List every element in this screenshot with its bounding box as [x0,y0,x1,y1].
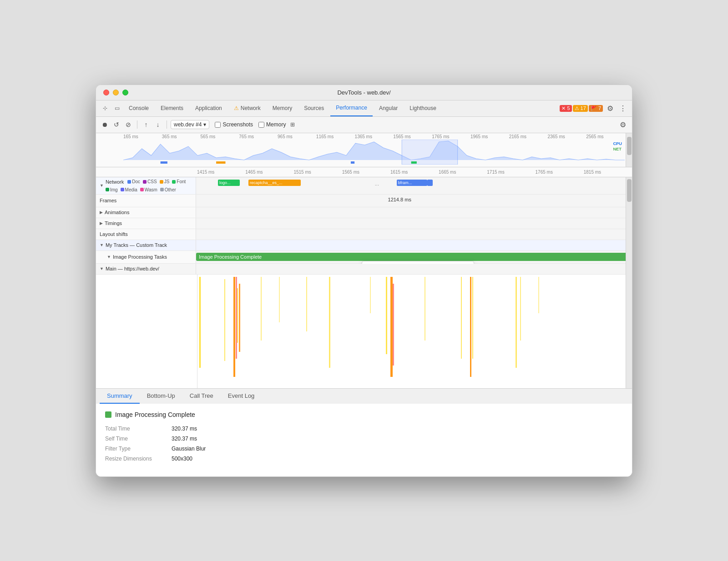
svg-rect-14 [279,277,280,322]
main-scrollbar[interactable] [626,177,632,388]
svg-rect-13 [261,277,262,341]
traffic-lights [103,90,128,95]
summary-row-filter-type: Filter Type Gaussian Blur [105,446,623,452]
svg-text:NET: NET [613,147,622,151]
tab-call-tree[interactable]: Call Tree [182,389,221,404]
svg-rect-27 [538,277,539,313]
network-track-row: ▼ 1214.8 ms Network Doc CSS JS Font Img … [96,177,632,195]
window-title: DevTools - web.dev/ [337,89,390,96]
network-track-content: logo... recaptcha__es_... ... bfram... [196,177,632,190]
summary-row-resize: Resize Dimensions 500x300 [105,456,623,462]
custom-track-header-row: ▼ My Tracks — Custom Track [96,240,632,251]
tab-application[interactable]: Application [190,100,228,116]
svg-rect-16 [329,277,330,368]
error-badge: ✕ 5 [560,105,571,112]
image-processing-expand-icon[interactable]: ▼ [107,255,111,259]
tab-performance[interactable]: Performance [330,100,373,116]
perf-settings-icon[interactable]: ⚙ [617,119,628,130]
overview-scrollbar[interactable] [626,133,632,167]
network-ellipsis: ... [375,181,379,186]
svg-rect-9 [233,277,235,377]
summary-table: Total Time 320.37 ms Self Time 320.37 ms… [105,426,623,462]
svg-rect-15 [306,277,307,331]
animations-track-row: ▶ Animations [96,207,632,218]
overview-area[interactable]: 165 ms 365 ms 565 ms 765 ms 965 ms 1165 … [96,133,632,167]
inspect-icon[interactable]: ⊹ [100,103,111,114]
image-processing-content: Image Processing Complete 320.37 ms Imag… [196,251,632,264]
clear-button[interactable]: ⊘ [123,120,133,130]
tab-summary[interactable]: Summary [100,389,140,404]
network-bar-bfram[interactable]: bfram... [397,180,427,186]
svg-rect-12 [239,284,240,352]
tab-bottom-up[interactable]: Bottom-Up [140,389,182,404]
timings-track-row: ▶ Timings [96,218,632,229]
animations-expand-icon[interactable]: ▶ [100,210,103,215]
screenshots-checkbox[interactable] [215,122,221,128]
settings-icon[interactable]: ⚙ [605,103,616,114]
download-button[interactable]: ↓ [153,120,163,130]
screenshots-toggle[interactable]: Screenshots [215,121,253,128]
memory-checkbox[interactable] [258,122,264,128]
timings-expand-icon[interactable]: ▶ [100,221,103,225]
minimize-button[interactable] [113,90,119,95]
overview-scrollbar-thumb[interactable] [627,137,632,155]
custom-track-expand-icon[interactable]: ▼ [100,243,104,247]
tab-network[interactable]: ⚠ Network [228,100,266,116]
svg-rect-24 [472,277,473,359]
devtools-window: DevTools - web.dev/ ⊹ ▭ Console Elements… [96,85,632,477]
main-thread-expand-icon[interactable]: ▼ [100,266,104,271]
overview-waveform: CPU NET [123,140,625,165]
main-scrollbar-thumb[interactable] [627,179,632,202]
layout-shifts-content [196,229,632,240]
frames-label: Frames [96,195,196,207]
svg-rect-21 [425,277,425,341]
warning-badge: ⚠ 17 [573,105,588,112]
tab-console[interactable]: Console [123,100,154,116]
tab-memory[interactable]: Memory [267,100,298,116]
image-processing-row: ▼ Image Processing Tasks Image Processin… [96,251,632,264]
tab-sources[interactable]: Sources [298,100,329,116]
tab-elements[interactable]: Elements [155,100,189,116]
layout-shifts-row: Layout shifts [96,229,632,240]
timings-label: ▶ Timings [96,218,196,229]
network-bar-recaptcha[interactable]: recaptcha__es_... [248,180,301,186]
frames-value: 1214.8 ms [388,197,411,202]
svg-text:CPU: CPU [613,141,622,146]
maximize-button[interactable] [122,90,128,95]
tab-event-log[interactable]: Event Log [221,389,262,404]
target-selector[interactable]: web.dev #4 ▾ [171,120,209,129]
frames-track-row: Frames 1214.8 ms [96,195,632,207]
network-expand-icon[interactable]: ▼ [100,183,104,188]
close-button[interactable] [103,90,109,95]
main-thread-label: ▼ Main — https://web.dev/ [96,264,196,274]
record-button[interactable]: ⏺ [100,120,110,130]
svg-rect-25 [516,277,517,368]
image-processing-bar[interactable]: Image Processing Complete [196,253,632,261]
reload-button[interactable]: ↺ [111,120,121,130]
summary-row-self-time: Self Time 320.37 ms [105,436,623,442]
main-thread-header-content [196,264,632,274]
svg-rect-23 [470,277,471,377]
svg-rect-17 [370,277,371,313]
svg-rect-7 [199,277,201,368]
svg-rect-18 [386,277,387,354]
network-bar-logo[interactable]: logo... [218,180,240,186]
memory-icon[interactable]: ⊞ [288,120,298,130]
summary-title: Image Processing Complete [105,411,623,418]
upload-button[interactable]: ↑ [141,120,151,130]
tab-lighthouse[interactable]: Lighthouse [404,100,442,116]
more-icon[interactable]: ⋮ [617,103,628,114]
toolbar: ⏺ ↺ ⊘ ↑ ↓ web.dev #4 ▾ Screenshots Memor… [96,117,632,133]
memory-toggle[interactable]: Memory [258,121,286,128]
device-icon[interactable]: ▭ [111,103,122,114]
svg-rect-8 [224,279,225,361]
timeline-row: 1415 ms 1465 ms 1515 ms 1565 ms 1615 ms … [96,167,632,177]
layout-shifts-label: Layout shifts [96,229,196,240]
bottom-tabs: Summary Bottom-Up Call Tree Event Log [96,388,632,404]
toolbar-separator [137,120,137,129]
svg-rect-6 [411,161,417,164]
summary-row-total-time: Total Time 320.37 ms [105,426,623,432]
tracks-area: ▼ 1214.8 ms Network Doc CSS JS Font Img … [96,177,632,388]
frames-track-content: 1214.8 ms [196,195,632,207]
tab-angular[interactable]: Angular [374,100,403,116]
